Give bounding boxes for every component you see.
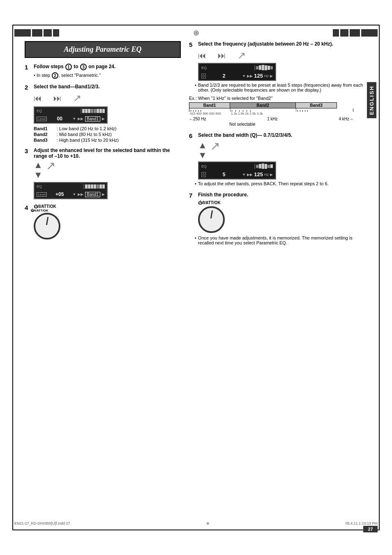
step-6: 6 Select the band width (Q)— 0.7/1/2/3/4… bbox=[189, 132, 363, 186]
step-1-sub: • In step 2, select "Parametric." bbox=[34, 72, 181, 79]
step6-hz-value: 125 bbox=[254, 171, 263, 177]
down-arrow-icon: ▼ bbox=[34, 170, 43, 180]
step6-down-arrow: ▼ bbox=[198, 151, 207, 160]
eq-display-num: 00 bbox=[57, 116, 62, 122]
stripe-block bbox=[32, 29, 42, 37]
band1-desc: : Low band (20 Hz to 1.2 kHz) bbox=[57, 126, 117, 131]
step6-hz-unit: Hz bbox=[264, 173, 269, 177]
language-label: ENGLISH bbox=[367, 82, 376, 118]
page-border-right bbox=[379, 25, 380, 530]
band3-header: Band3 bbox=[296, 102, 337, 108]
freq-high-label: 1.2k 1.6k 2k 2.5k 3.2k bbox=[230, 112, 296, 115]
step-5-number: 5 bbox=[189, 41, 196, 48]
step-6-number: 6 bbox=[189, 132, 196, 139]
step-2-eq-display: EQ bbox=[34, 106, 108, 124]
header-right-stripe bbox=[333, 29, 378, 37]
step-1-title: Follow steps 1 to 3 on page 24. bbox=[34, 64, 115, 70]
step-7-number: 7 bbox=[189, 192, 196, 199]
step6-up-arrow: ▲ bbox=[198, 141, 207, 150]
step-6-title: Select the band width (Q)— 0.7/1/2/3/4/5… bbox=[198, 132, 292, 138]
freq-scale-row: ←250 Hz 1 kHz 4 kHz→ bbox=[189, 117, 353, 121]
band3-label: Band3 bbox=[34, 138, 54, 143]
knob-label: ⏻/I/ATT/OK bbox=[30, 209, 48, 212]
step-7-title: Finish the procedure. bbox=[198, 192, 248, 198]
power-knob: ⏻/I/ATT/OK bbox=[34, 213, 60, 240]
not-selectable-label: Not selectable bbox=[189, 122, 296, 127]
step-5: 5 Select the frequency (adjustable betwe… bbox=[189, 41, 363, 127]
step6-bullet: To adjust the other bands, press BACK. T… bbox=[195, 181, 363, 186]
step-3-eq-display: EQ bbox=[34, 182, 108, 199]
stripe-block bbox=[53, 29, 59, 37]
header-left-stripe bbox=[14, 29, 59, 37]
band2-header: Band2 bbox=[230, 102, 296, 108]
page-border-bottom bbox=[12, 530, 380, 530]
band2-desc: : Mid band (80 Hz to 5 kHz) bbox=[57, 132, 112, 137]
freq-arrow-right: 4 kHz→ bbox=[339, 117, 353, 121]
header-center-symbol: ⊕ bbox=[193, 28, 199, 37]
freq-arrow-center: 1 kHz bbox=[267, 117, 278, 121]
step-4: 4 ⏻/I/ATT/OK ⏻/I/ATT/OK bbox=[25, 204, 181, 240]
header-area: ⊕ bbox=[14, 27, 378, 39]
step6-curved-arrow: ↗ bbox=[210, 139, 220, 153]
step5-nav-right: ⏭ bbox=[218, 51, 226, 60]
step-1: 1 Follow steps 1 to 3 on page 24. • In s… bbox=[25, 64, 181, 79]
up-arrow-icon: ▲ bbox=[34, 161, 43, 170]
tick-marks-row bbox=[189, 108, 353, 112]
nav-left-icon: ⏮ bbox=[34, 94, 42, 103]
step5-eq-num: 2 bbox=[223, 73, 226, 79]
band1-label: Band1 bbox=[34, 126, 54, 131]
band2-label: Band2 bbox=[34, 132, 54, 137]
stripe-block bbox=[14, 29, 31, 37]
page-title: Adjusting Parametric EQ bbox=[30, 45, 176, 54]
step7-power-label: ⏻/I/ATT/OK bbox=[198, 200, 363, 205]
eq3-num: +05 bbox=[55, 191, 64, 197]
step6-eq-disp: 0 bbox=[201, 172, 206, 177]
stripe-block bbox=[361, 29, 378, 37]
stripe-block bbox=[44, 29, 52, 37]
stripe-block bbox=[350, 29, 360, 37]
step-2-nav: ⏮ ⏭ ↗ bbox=[34, 92, 181, 104]
main-content: Adjusting Parametric EQ 1 Follow steps 1… bbox=[25, 41, 363, 522]
stripe-block bbox=[340, 29, 348, 37]
step-6-eq-screen: EQ 0 5 bbox=[198, 161, 276, 180]
band-header-row: Band1 Band2 Band3 bbox=[189, 102, 353, 108]
left-column: Adjusting Parametric EQ 1 Follow steps 1… bbox=[25, 41, 181, 522]
eq-label-3: EQ bbox=[37, 184, 42, 189]
step-5-nav: ⏮ ⏭ ↗ bbox=[198, 50, 363, 61]
step-5-eq-screen: EQ 0 2 bbox=[198, 63, 276, 81]
curved-arrow-icon: ↗ bbox=[73, 92, 81, 104]
eq3-value-label: Level bbox=[37, 192, 47, 197]
step-2-number: 2 bbox=[25, 84, 32, 91]
band3-desc: : High band (315 Hz to 20 kHz) bbox=[57, 138, 119, 143]
eq-label: EQ bbox=[37, 109, 42, 113]
step-3-curved-arrow: ↗ bbox=[46, 159, 55, 173]
eq-band-label: Band1 bbox=[85, 116, 100, 122]
step5-eq-disp: 0 bbox=[201, 74, 206, 78]
step7-bullet: Once you have made adjustments, it is me… bbox=[195, 235, 363, 245]
eq-display-value-label: Level bbox=[37, 117, 47, 121]
step5-eq-label: EQ bbox=[201, 66, 207, 70]
eq3-band-label: Band1 bbox=[85, 192, 100, 197]
freq-labels-row: 315 400 500 630 800 1.2k 1.6k 2k 2.5k 3.… bbox=[189, 112, 353, 115]
step5-nav-left: ⏮ bbox=[198, 51, 206, 60]
step-1-number: 1 bbox=[25, 64, 32, 71]
step7-knob bbox=[198, 206, 225, 233]
band-freq-example: Ex.: When "1 kHz" is selected for "Band2… bbox=[189, 96, 363, 127]
band1-header: Band1 bbox=[189, 102, 230, 108]
freq-arrow-left: ←250 Hz bbox=[189, 117, 206, 121]
step-4-label: ⏻/I/ATT/OK bbox=[34, 204, 56, 209]
page-border-top bbox=[12, 25, 380, 25]
step-2-title: Select the band—Band1/2/3. bbox=[34, 84, 100, 90]
right-column: 5 Select the frequency (adjustable betwe… bbox=[189, 41, 363, 522]
freq-low-label: 315 400 500 630 800 bbox=[189, 112, 230, 115]
step5-bullet: Band 1/2/3 are required to be preset at … bbox=[195, 83, 363, 92]
step-3-number: 3 bbox=[25, 147, 32, 154]
step5-hz-value: 125 bbox=[254, 73, 263, 79]
example-label: Ex.: When "1 kHz" is selected for "Band2… bbox=[189, 96, 363, 101]
step-3: 3 Adjust the enhanced level for the sele… bbox=[25, 147, 181, 199]
step-2: 2 Select the band—Band1/2/3. ⏮ ⏭ ↗ EQ bbox=[25, 84, 181, 143]
step6-eq-num: 5 bbox=[223, 172, 226, 177]
nav-right-icon: ⏭ bbox=[53, 94, 62, 103]
step-3-title: Adjust the enhanced level for the select… bbox=[34, 147, 181, 159]
band-table: Band1 : Low band (20 Hz to 1.2 kHz) Band… bbox=[34, 126, 169, 143]
